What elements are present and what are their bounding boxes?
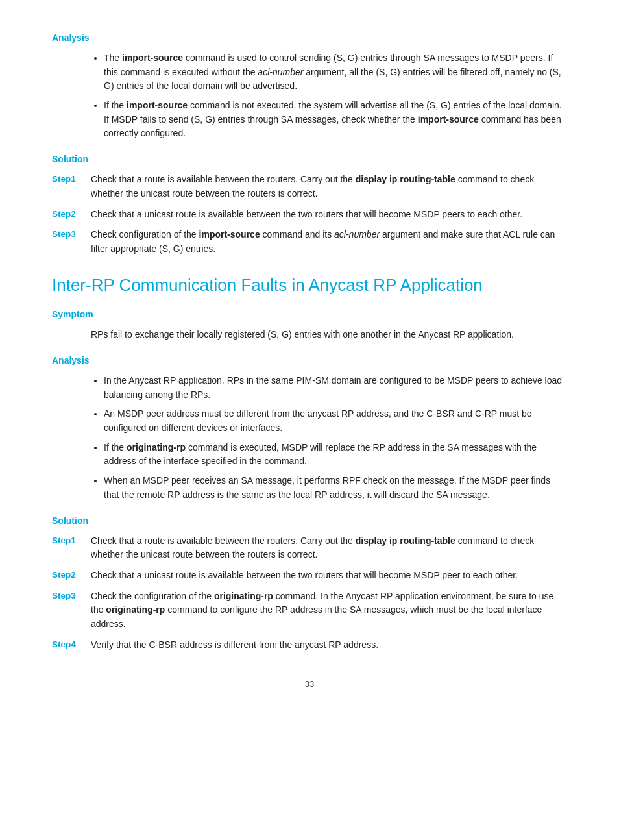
analysis-heading-1: Analysis xyxy=(52,31,567,45)
keyword-originating-rp-3: originating-rp xyxy=(106,604,165,615)
list-item: If the import-source command is not exec… xyxy=(104,99,567,141)
step-label-1-3: Step3 xyxy=(52,228,91,241)
step-content-2-1: Check that a route is available between … xyxy=(91,534,567,562)
list-item: An MSDP peer address must be different f… xyxy=(104,407,567,435)
list-item: The import-source command is used to con… xyxy=(104,51,567,93)
acl-number-ref-2: acl-number xyxy=(334,229,380,240)
keyword-originating-rp-2: originating-rp xyxy=(214,591,273,601)
step-2-2: Step2 Check that a unicast route is avai… xyxy=(52,569,567,583)
keyword-display-routing-2: display ip routing-table xyxy=(356,536,455,546)
step-2-3: Step3 Check the configuration of the ori… xyxy=(52,589,567,632)
step-label-2-3: Step3 xyxy=(52,589,91,602)
page-number: 33 xyxy=(52,678,567,691)
acl-number-ref-1: acl-number xyxy=(258,67,303,77)
symptom-heading: Symptom xyxy=(52,308,567,321)
page: Analysis The import-source command is us… xyxy=(0,0,619,840)
step-content-2-2: Check that a unicast route is available … xyxy=(91,569,567,583)
solution-heading-2: Solution xyxy=(52,514,567,528)
step-2-4: Step4 Verify that the C-BSR address is d… xyxy=(52,638,567,652)
solution-heading-1: Solution xyxy=(52,153,567,166)
step-2-1: Step1 Check that a route is available be… xyxy=(52,534,567,562)
keyword-import-source-2: import-source xyxy=(127,100,188,110)
step-content-1-3: Check configuration of the import-source… xyxy=(91,228,567,256)
step-label-1-2: Step2 xyxy=(52,208,91,221)
symptom-text: RPs fail to exchange their locally regis… xyxy=(91,328,567,342)
keyword-display-routing-1: display ip routing-table xyxy=(356,174,455,184)
step-label-2-4: Step4 xyxy=(52,638,91,651)
list-item: In the Anycast RP application, RPs in th… xyxy=(104,374,567,402)
step-1-2: Step2 Check that a unicast route is avai… xyxy=(52,208,567,222)
step-content-1-1: Check that a route is available between … xyxy=(91,173,567,201)
section2-big-heading: Inter-RP Communication Faults in Anycast… xyxy=(52,275,567,297)
keyword-import-source-3: import-source xyxy=(418,114,479,125)
list-item: When an MSDP peer receives an SA message… xyxy=(104,474,567,502)
list-item: If the originating-rp command is execute… xyxy=(104,441,567,469)
analysis-heading-2: Analysis xyxy=(52,354,567,367)
keyword-originating-rp-1: originating-rp xyxy=(127,442,186,452)
analysis-bullets-2: In the Anycast RP application, RPs in th… xyxy=(104,374,567,502)
step-label-2-2: Step2 xyxy=(52,569,91,582)
step-1-1: Step1 Check that a route is available be… xyxy=(52,173,567,201)
step-1-3: Step3 Check configuration of the import-… xyxy=(52,228,567,256)
analysis-bullets-1: The import-source command is used to con… xyxy=(104,51,567,141)
step-content-1-2: Check that a unicast route is available … xyxy=(91,208,567,222)
keyword-import-source-1: import-source xyxy=(122,53,183,63)
step-content-2-3: Check the configuration of the originati… xyxy=(91,589,567,632)
keyword-import-source-4: import-source xyxy=(199,229,260,240)
step-content-2-4: Verify that the C-BSR address is differe… xyxy=(91,638,567,652)
step-label-2-1: Step1 xyxy=(52,534,91,547)
step-label-1-1: Step1 xyxy=(52,173,91,186)
